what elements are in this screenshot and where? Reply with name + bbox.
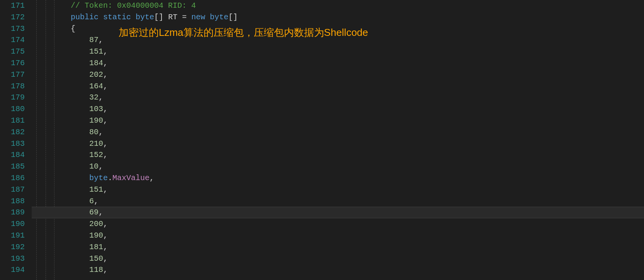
code-line-current[interactable]: 69, <box>32 207 644 218</box>
line-number[interactable]: 173 <box>3 23 25 35</box>
code-line[interactable]: 103, <box>32 103 644 115</box>
keyword-public: public <box>71 13 99 22</box>
comma: , <box>99 93 103 102</box>
comma: , <box>103 105 108 113</box>
line-number[interactable]: 186 <box>3 172 25 184</box>
code-line[interactable]: 181, <box>32 241 644 253</box>
line-number[interactable]: 180 <box>3 103 25 115</box>
assign: = <box>177 13 191 22</box>
byte-value: 6 <box>89 197 94 206</box>
comma: , <box>103 59 108 67</box>
byte-value: 150 <box>89 254 103 263</box>
identifier: RT <box>168 13 177 22</box>
line-number[interactable]: 179 <box>3 92 25 103</box>
code-line[interactable]: 200, <box>32 218 644 230</box>
code-line[interactable]: 164, <box>32 81 644 92</box>
code-area[interactable]: 加密过的Lzma算法的压缩包，压缩包内数据为Shellcode // Token… <box>32 0 644 280</box>
comma: , <box>150 174 154 182</box>
keyword-new: new <box>191 13 205 22</box>
line-number[interactable]: 177 <box>3 69 25 81</box>
comma: , <box>103 219 108 228</box>
code-line[interactable]: 152, <box>32 149 644 161</box>
comma: , <box>103 47 108 56</box>
open-brace: { <box>71 24 75 33</box>
dot: . <box>108 174 112 182</box>
byte-value: 118 <box>89 265 103 274</box>
byte-value: 151 <box>89 185 103 194</box>
byte-value: 80 <box>89 128 99 137</box>
line-number[interactable]: 181 <box>3 115 25 127</box>
byte-value: 151 <box>89 47 103 56</box>
code-line[interactable]: 190, <box>32 230 644 241</box>
code-line[interactable]: byte.MaxValue, <box>32 172 644 184</box>
comma: , <box>103 116 108 125</box>
byte-value: 103 <box>89 105 103 113</box>
code-line[interactable]: 202, <box>32 69 644 81</box>
line-number[interactable]: 174 <box>3 34 25 46</box>
comma: , <box>103 243 108 251</box>
code-line[interactable]: 6, <box>32 196 644 207</box>
line-number[interactable]: 191 <box>3 230 25 241</box>
line-number[interactable]: 172 <box>3 12 25 23</box>
byte-value: 210 <box>89 139 103 148</box>
code-line[interactable]: 10, <box>32 161 644 172</box>
code-line[interactable]: 151, <box>32 184 644 196</box>
keyword-static: static <box>103 13 131 22</box>
line-number[interactable]: 185 <box>3 161 25 172</box>
byte-value: 181 <box>89 243 103 251</box>
byte-value: 87 <box>89 35 99 44</box>
line-number[interactable]: 187 <box>3 184 25 196</box>
byte-value: 164 <box>89 82 103 91</box>
code-line[interactable]: 151, <box>32 46 644 57</box>
line-number[interactable]: 189 <box>3 207 25 218</box>
line-number[interactable]: 194 <box>3 264 25 276</box>
comma: , <box>103 150 108 159</box>
annotation-overlay: 加密过的Lzma算法的压缩包，压缩包内数据为Shellcode <box>119 27 368 39</box>
line-number[interactable]: 184 <box>3 149 25 161</box>
line-number[interactable]: 178 <box>3 81 25 92</box>
code-line[interactable]: 210, <box>32 138 644 150</box>
line-number[interactable]: 183 <box>3 138 25 150</box>
byte-value: 190 <box>89 116 103 125</box>
comma: , <box>103 231 108 240</box>
member-maxvalue: MaxValue <box>112 174 150 182</box>
byte-value: 10 <box>89 162 99 171</box>
line-number-gutter: 171 172 173 174 175 176 177 178 179 180 … <box>0 0 32 280</box>
code-line[interactable]: 184, <box>32 57 644 69</box>
byte-value: 184 <box>89 59 103 67</box>
comma: , <box>103 254 108 263</box>
code-line[interactable]: 150, <box>32 253 644 265</box>
line-number[interactable]: 175 <box>3 46 25 57</box>
line-number[interactable]: 182 <box>3 127 25 138</box>
comma: , <box>94 197 99 206</box>
brackets: [] <box>154 13 163 22</box>
line-number[interactable]: 190 <box>3 218 25 230</box>
line-number[interactable]: 192 <box>3 241 25 253</box>
code-line[interactable]: 118, <box>32 264 644 276</box>
type-byte: byte <box>89 174 108 182</box>
type-byte: byte <box>210 13 228 22</box>
line-number[interactable]: 193 <box>3 253 25 265</box>
comment-token: // Token: 0x04000004 RID: 4 <box>71 1 196 10</box>
comma: , <box>103 139 108 148</box>
code-line[interactable]: 32, <box>32 92 644 103</box>
line-number[interactable]: 176 <box>3 57 25 69</box>
brackets: [] <box>228 13 238 22</box>
byte-value: 202 <box>89 70 103 79</box>
code-line[interactable]: // Token: 0x04000004 RID: 4 <box>32 0 644 12</box>
byte-value: 32 <box>89 93 99 102</box>
byte-value: 152 <box>89 150 103 159</box>
comma: , <box>103 265 108 274</box>
code-line[interactable]: 80, <box>32 127 644 138</box>
type-byte: byte <box>136 13 154 22</box>
editor-container: 171 172 173 174 175 176 177 178 179 180 … <box>0 0 644 280</box>
byte-value: 200 <box>89 219 103 228</box>
byte-value: 190 <box>89 231 103 240</box>
comma: , <box>103 70 108 79</box>
comma: , <box>99 35 103 44</box>
line-number[interactable]: 171 <box>3 0 25 12</box>
code-lines: // Token: 0x04000004 RID: 4 public stati… <box>32 0 644 276</box>
code-line[interactable]: public static byte[] RT = new byte[] <box>32 12 644 23</box>
line-number[interactable]: 188 <box>3 196 25 207</box>
code-line[interactable]: 190, <box>32 115 644 127</box>
